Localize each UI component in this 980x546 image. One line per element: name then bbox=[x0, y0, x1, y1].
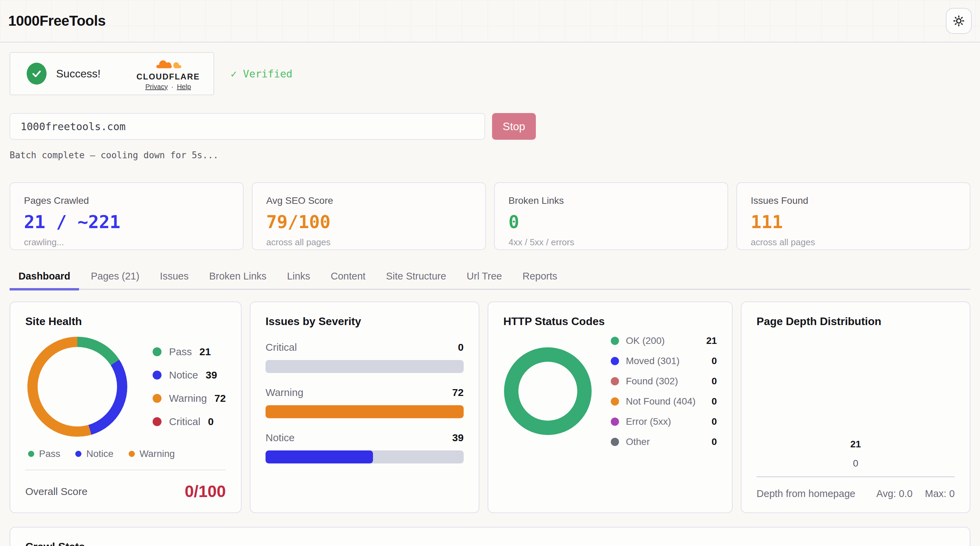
page-depth-card: Page Depth Distribution 21 0 Depth from … bbox=[741, 302, 970, 513]
x-axis-line bbox=[757, 476, 955, 477]
stat-label: Issues Found bbox=[751, 195, 956, 206]
charts-row: Site Health Pass 21 Notice 39 bbox=[10, 302, 970, 513]
page-depth-chart: 21 0 bbox=[757, 328, 955, 476]
tab-reports[interactable]: Reports bbox=[514, 266, 566, 291]
severity-group-notice: Notice 39 bbox=[266, 432, 464, 463]
stat-value: 21 / ~221 bbox=[24, 212, 229, 232]
severity-bar-track bbox=[266, 360, 464, 373]
severity-bar-track bbox=[266, 450, 464, 463]
tab-url-tree[interactable]: Url Tree bbox=[458, 266, 511, 291]
turnstile-success-label: Success! bbox=[56, 67, 100, 80]
help-link[interactable]: Help bbox=[177, 83, 191, 91]
link-separator: · bbox=[171, 83, 173, 91]
legend-dot bbox=[611, 377, 619, 385]
stat-label: Avg SEO Score bbox=[266, 195, 471, 206]
legend-item: Other 0 bbox=[611, 436, 717, 448]
stat-value: 111 bbox=[751, 212, 956, 232]
verified-badge: ✓ Verified bbox=[231, 68, 293, 80]
overall-score-value: 0/100 bbox=[185, 482, 226, 501]
crawl-status-text: Batch complete — cooling down for 5s... bbox=[10, 150, 970, 160]
legend-dot bbox=[28, 451, 34, 457]
legend-item: Error (5xx) 0 bbox=[611, 415, 717, 428]
http-status-legend: OK (200) 21 Moved (301) 0 Found (302) 0 bbox=[611, 335, 717, 448]
tab-dashboard[interactable]: Dashboard bbox=[10, 266, 79, 291]
avg-depth-stat: Avg: 0.0 bbox=[876, 488, 913, 500]
legend-dot bbox=[75, 451, 81, 457]
tab-pages[interactable]: Pages (21) bbox=[82, 266, 148, 291]
legend-dot bbox=[153, 394, 162, 403]
legend-dot bbox=[129, 451, 135, 457]
stat-label: Broken Links bbox=[509, 195, 714, 206]
site-health-donut-chart bbox=[27, 337, 127, 437]
legend-item: Found (302) 0 bbox=[611, 375, 717, 387]
legend-dot bbox=[611, 337, 619, 345]
legend-dot bbox=[153, 417, 162, 426]
card-title: Page Depth Distribution bbox=[757, 315, 955, 328]
crawl-stats-card: Crawl Stats bbox=[10, 527, 970, 546]
legend-item: Not Found (404) 0 bbox=[611, 395, 717, 407]
legend-dot bbox=[153, 370, 162, 380]
issues-by-severity-card: Issues by Severity Critical 0 Warning 72… bbox=[250, 302, 479, 513]
stat-sub: 4xx / 5xx / errors bbox=[509, 237, 714, 247]
legend-dot bbox=[611, 438, 619, 446]
main-content: Success! CLOUDFLARE Privacy · bbox=[0, 52, 980, 546]
card-title: Issues by Severity bbox=[266, 315, 464, 328]
severity-bar-fill bbox=[266, 405, 464, 418]
legend-item: Warning 72 bbox=[153, 393, 226, 404]
severity-group-warning: Warning 72 bbox=[266, 387, 464, 418]
tab-site-structure[interactable]: Site Structure bbox=[377, 266, 455, 291]
stat-sub: across all pages bbox=[751, 237, 956, 247]
max-depth-stat: Max: 0 bbox=[925, 488, 955, 500]
tab-bar: Dashboard Pages (21) Issues Broken Links… bbox=[10, 266, 970, 290]
stat-cards-row: Pages Crawled 21 / ~221 crawling... Avg … bbox=[10, 182, 970, 250]
card-title: HTTP Status Codes bbox=[503, 315, 717, 328]
card-title: Crawl Stats bbox=[25, 541, 955, 546]
cloudflare-brand-block: CLOUDFLARE Privacy · Help bbox=[137, 57, 200, 91]
x-axis-label: Depth from homepage bbox=[757, 488, 856, 500]
stat-sub: across all pages bbox=[266, 237, 471, 247]
cloudflare-logo-icon bbox=[152, 60, 184, 71]
stat-card-issues-found: Issues Found 111 across all pages bbox=[737, 182, 970, 250]
legend-item: Notice 39 bbox=[153, 369, 226, 381]
site-health-mini-legend: Pass Notice Warning bbox=[25, 449, 226, 459]
stat-value: 79/100 bbox=[266, 212, 471, 232]
cloudflare-turnstile-widget: Success! CLOUDFLARE Privacy · bbox=[10, 52, 214, 95]
severity-bar-track bbox=[266, 405, 464, 418]
http-status-codes-card: HTTP Status Codes OK (200) 21 Moved (301… bbox=[488, 302, 733, 513]
theme-toggle-button[interactable] bbox=[946, 8, 972, 34]
site-health-legend: Pass 21 Notice 39 Warning 72 bbox=[153, 346, 226, 428]
verification-row: Success! CLOUDFLARE Privacy · bbox=[10, 52, 970, 95]
card-title: Site Health bbox=[25, 315, 226, 328]
stop-button[interactable]: Stop bbox=[492, 113, 536, 140]
http-status-donut-chart bbox=[504, 347, 592, 435]
overall-score-label: Overall Score bbox=[25, 486, 88, 497]
stat-value: 0 bbox=[509, 212, 714, 232]
app-title: 1000FreeTools bbox=[8, 13, 106, 29]
legend-item: Critical 0 bbox=[153, 416, 226, 428]
x-tick-label: 0 bbox=[853, 458, 859, 469]
cloudflare-brand-label: CLOUDFLARE bbox=[137, 72, 200, 81]
site-health-card: Site Health Pass 21 Notice 39 bbox=[10, 302, 242, 513]
legend-item: OK (200) 21 bbox=[611, 335, 717, 346]
stat-card-avg-seo-score: Avg SEO Score 79/100 across all pages bbox=[252, 182, 486, 250]
crawl-controls: Stop bbox=[10, 113, 970, 140]
tab-broken-links[interactable]: Broken Links bbox=[200, 266, 275, 291]
tab-content[interactable]: Content bbox=[322, 266, 375, 291]
stat-card-pages-crawled: Pages Crawled 21 / ~221 crawling... bbox=[10, 182, 243, 250]
severity-group-critical: Critical 0 bbox=[266, 342, 464, 373]
severity-bar-fill bbox=[266, 450, 373, 463]
privacy-link[interactable]: Privacy bbox=[145, 83, 168, 91]
sun-icon bbox=[953, 15, 965, 27]
legend-dot bbox=[611, 357, 619, 365]
legend-dot bbox=[153, 347, 162, 356]
stat-card-broken-links: Broken Links 0 4xx / 5xx / errors bbox=[494, 182, 728, 250]
tab-links[interactable]: Links bbox=[278, 266, 319, 291]
tab-issues[interactable]: Issues bbox=[151, 266, 197, 291]
bar-value-label: 21 bbox=[850, 439, 861, 450]
legend-dot bbox=[611, 398, 619, 406]
url-input[interactable] bbox=[10, 113, 485, 140]
stat-sub: crawling... bbox=[24, 237, 229, 247]
stat-label: Pages Crawled bbox=[24, 195, 229, 206]
legend-dot bbox=[611, 418, 619, 426]
legend-item: Pass 21 bbox=[153, 346, 226, 358]
